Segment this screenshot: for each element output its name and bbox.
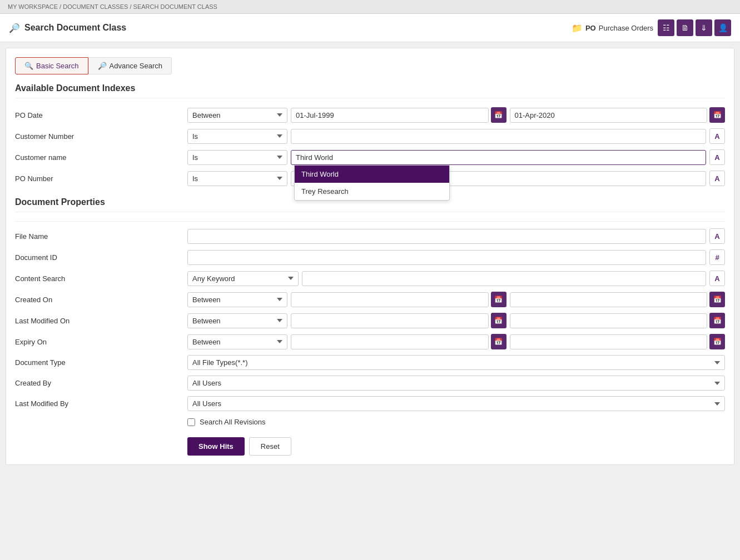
document-id-row: Document ID # bbox=[15, 249, 725, 265]
last-modified-by-controls: All Users Admin User1 bbox=[187, 396, 725, 411]
customer-number-condition[interactable]: Is Is Not Contains Starts With bbox=[187, 129, 287, 144]
customer-name-label: Customer name bbox=[15, 153, 187, 162]
document-button[interactable]: 🗎 bbox=[677, 19, 693, 36]
po-date-condition[interactable]: Between Is Is Not Greater Than Less Than bbox=[187, 108, 287, 123]
po-label: 📁 PO Purchase Orders bbox=[572, 23, 653, 33]
breadcrumb-text: MY WORKSPACE / DOCUMENT CLASSES / SEARCH… bbox=[8, 3, 217, 10]
created-on-condition[interactable]: Between Is Is Not bbox=[187, 292, 287, 307]
last-modified-on-controls: Between Is Is Not 📅 📅 bbox=[187, 313, 725, 328]
po-number-condition[interactable]: Is Is Not Contains Starts With bbox=[187, 171, 287, 186]
available-indexes-title: Available Document Indexes bbox=[15, 83, 725, 98]
download-button[interactable]: ⇓ bbox=[696, 19, 712, 36]
customer-name-alpha-btn[interactable]: A bbox=[709, 149, 725, 165]
file-name-alpha-btn[interactable]: A bbox=[709, 228, 725, 244]
customer-number-controls: Is Is Not Contains Starts With A bbox=[187, 128, 725, 144]
file-name-input[interactable] bbox=[187, 229, 706, 244]
document-type-row: Document Type All File Types(*.*) PDF Wo… bbox=[15, 355, 725, 370]
autocomplete-dropdown: Third World Trey Research bbox=[294, 165, 450, 201]
content-search-row: Content Search Any Keyword All Keywords … bbox=[15, 271, 725, 286]
last-modified-on-pair2: 📅 bbox=[510, 313, 726, 328]
breadcrumb: MY WORKSPACE / DOCUMENT CLASSES / SEARCH… bbox=[0, 0, 740, 14]
document-type-select[interactable]: All File Types(*.*) PDF Word Excel bbox=[187, 355, 725, 370]
po-date-from-cal[interactable]: 📅 bbox=[491, 107, 506, 123]
last-modified-by-select[interactable]: All Users Admin User1 bbox=[187, 396, 725, 411]
autocomplete-item-third-world[interactable]: Third World bbox=[295, 166, 449, 183]
header-right: 📁 PO Purchase Orders ☷ 🗎 ⇓ 👤 bbox=[572, 19, 731, 36]
last-modified-by-row: Last Modified By All Users Admin User1 bbox=[15, 396, 725, 411]
expiry-on-label: Expiry On bbox=[15, 338, 187, 346]
created-on-to[interactable] bbox=[510, 292, 708, 307]
last-modified-on-from-cal[interactable]: 📅 bbox=[491, 313, 506, 328]
created-on-from[interactable] bbox=[291, 292, 489, 307]
last-modified-on-condition[interactable]: Between Is Is Not bbox=[187, 313, 287, 328]
tab-basic-label: Basic Search bbox=[36, 62, 79, 70]
expiry-on-row: Expiry On Between Is Is Not 📅 📅 bbox=[15, 334, 725, 349]
last-modified-on-from[interactable] bbox=[291, 313, 489, 328]
created-on-pair1: 📅 bbox=[291, 292, 506, 307]
tab-advance-label: Advance Search bbox=[110, 62, 162, 70]
document-id-input[interactable] bbox=[187, 250, 706, 265]
created-by-label: Created By bbox=[15, 379, 187, 387]
header-title: Search Document Class bbox=[24, 23, 126, 33]
po-date-label: PO Date bbox=[15, 111, 187, 119]
search-all-revisions-label: Search All Revisions bbox=[200, 418, 266, 426]
user-button[interactable]: 👤 bbox=[714, 19, 731, 36]
po-name: Purchase Orders bbox=[599, 24, 653, 32]
created-on-pair2: 📅 bbox=[510, 292, 726, 307]
po-date-to[interactable] bbox=[510, 108, 708, 123]
header: 🔎 Search Document Class 📁 PO Purchase Or… bbox=[0, 14, 740, 42]
last-modified-on-to[interactable] bbox=[510, 313, 708, 328]
document-properties-section: Document Properties File Name A Document… bbox=[15, 197, 725, 456]
customer-name-condition[interactable]: Is Is Not Contains Starts With bbox=[187, 150, 287, 165]
content-search-alpha-btn[interactable]: A bbox=[709, 271, 725, 286]
header-icon-group: ☷ 🗎 ⇓ 👤 bbox=[658, 19, 731, 36]
grid-view-button[interactable]: ☷ bbox=[658, 19, 674, 36]
customer-name-input[interactable] bbox=[291, 150, 706, 165]
last-modified-on-label: Last Modified On bbox=[15, 317, 187, 325]
expiry-on-condition[interactable]: Between Is Is Not bbox=[187, 334, 287, 349]
search-all-revisions-checkbox[interactable] bbox=[187, 418, 195, 426]
content-search-input[interactable] bbox=[302, 271, 706, 286]
tab-advance-search[interactable]: 🔎 Advance Search bbox=[88, 57, 172, 74]
po-date-controls: Between Is Is Not Greater Than Less Than… bbox=[187, 107, 725, 123]
po-date-row: PO Date Between Is Is Not Greater Than L… bbox=[15, 107, 725, 123]
po-date-pair2: 📅 bbox=[510, 107, 726, 123]
document-id-hash-btn[interactable]: # bbox=[709, 249, 725, 265]
file-name-row: File Name A bbox=[15, 228, 725, 244]
content-search-controls: Any Keyword All Keywords Exact Phrase A bbox=[187, 271, 725, 286]
expiry-on-to-cal[interactable]: 📅 bbox=[709, 334, 725, 349]
customer-number-alpha-btn[interactable]: A bbox=[709, 128, 725, 144]
divider-1 bbox=[15, 221, 725, 222]
expiry-on-to[interactable] bbox=[510, 334, 708, 349]
created-on-controls: Between Is Is Not 📅 📅 bbox=[187, 292, 725, 307]
advance-icon: 🔎 bbox=[98, 62, 107, 70]
reset-button[interactable]: Reset bbox=[249, 437, 291, 456]
expiry-on-pair1: 📅 bbox=[291, 334, 506, 349]
created-on-row: Created On Between Is Is Not 📅 📅 bbox=[15, 292, 725, 307]
po-code: PO bbox=[585, 24, 596, 32]
document-type-controls: All File Types(*.*) PDF Word Excel bbox=[187, 355, 725, 370]
expiry-on-pair2: 📅 bbox=[510, 334, 726, 349]
po-date-pair: 📅 bbox=[291, 107, 506, 123]
created-on-from-cal[interactable]: 📅 bbox=[491, 292, 506, 307]
last-modified-on-pair1: 📅 bbox=[291, 313, 506, 328]
tab-basic-search[interactable]: 🔍 Basic Search bbox=[15, 57, 88, 74]
last-modified-on-to-cal[interactable]: 📅 bbox=[709, 313, 725, 328]
header-left: 🔎 Search Document Class bbox=[9, 23, 126, 33]
expiry-on-from[interactable] bbox=[291, 334, 489, 349]
created-on-to-cal[interactable]: 📅 bbox=[709, 292, 725, 307]
po-number-label: PO Number bbox=[15, 174, 187, 183]
search-tabs: 🔍 Basic Search 🔎 Advance Search bbox=[15, 57, 725, 74]
last-modified-on-row: Last Modified On Between Is Is Not 📅 📅 bbox=[15, 313, 725, 328]
created-by-row: Created By All Users Admin User1 bbox=[15, 376, 725, 391]
created-by-select[interactable]: All Users Admin User1 bbox=[187, 376, 725, 391]
po-date-to-cal[interactable]: 📅 bbox=[709, 107, 725, 123]
expiry-on-from-cal[interactable]: 📅 bbox=[491, 334, 506, 349]
content-search-condition[interactable]: Any Keyword All Keywords Exact Phrase bbox=[187, 271, 299, 286]
po-number-alpha-btn[interactable]: A bbox=[709, 171, 725, 186]
show-hits-button[interactable]: Show Hits bbox=[187, 437, 245, 456]
document-type-label: Document Type bbox=[15, 358, 187, 367]
customer-number-input[interactable] bbox=[291, 129, 706, 144]
autocomplete-item-trey-research[interactable]: Trey Research bbox=[295, 183, 449, 200]
po-date-from[interactable] bbox=[291, 108, 489, 123]
